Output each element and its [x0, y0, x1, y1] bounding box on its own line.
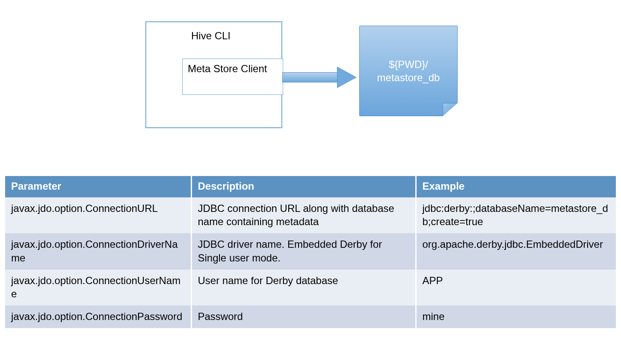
hive-cli-box: Hive CLI Meta Store Client	[145, 21, 282, 128]
arrow-icon	[282, 68, 357, 86]
table-row: javax.jdo.option.ConnectionUserName User…	[5, 270, 616, 305]
cell-desc: Password	[191, 305, 416, 328]
metastore-client-label: Meta Store Client	[188, 63, 267, 74]
header-parameter: Parameter	[5, 176, 191, 197]
db-path-line2: metastore_db	[360, 71, 457, 84]
architecture-diagram: Hive CLI Meta Store Client ${PWD}/ metas…	[145, 21, 479, 132]
table-header-row: Parameter Description Example	[5, 176, 616, 197]
hive-cli-title: Hive CLI	[191, 30, 231, 42]
cell-example: APP	[416, 270, 616, 305]
cell-example: org.apache.derby.jdbc.EmbeddedDriver	[416, 233, 616, 269]
cell-param: javax.jdo.option.ConnectionDriverName	[5, 233, 191, 269]
cell-param: javax.jdo.option.ConnectionUserName	[5, 270, 191, 305]
header-example: Example	[416, 176, 616, 197]
cell-desc: JDBC connection URL along with database …	[191, 197, 416, 233]
cell-param: javax.jdo.option.ConnectionPassword	[5, 305, 191, 328]
cell-desc: User name for Derby database	[191, 270, 416, 305]
cell-example: mine	[416, 305, 616, 328]
table-row: javax.jdo.option.ConnectionDriverName JD…	[5, 233, 616, 269]
metastore-client-box: Meta Store Client	[182, 59, 283, 95]
table-row: javax.jdo.option.ConnectionURL JDBC conn…	[5, 197, 616, 233]
cell-param: javax.jdo.option.ConnectionURL	[5, 197, 191, 233]
db-path-line1: ${PWD}/	[360, 58, 457, 71]
metastore-db-node: ${PWD}/ metastore_db	[359, 26, 458, 116]
cell-desc: JDBC driver name. Embedded Derby for Sin…	[191, 233, 416, 269]
header-description: Description	[191, 176, 416, 197]
table-row: javax.jdo.option.ConnectionPassword Pass…	[5, 305, 616, 328]
cell-example: jdbc:derby:;databaseName=metastore_db;cr…	[416, 197, 616, 233]
parameters-table: Parameter Description Example javax.jdo.…	[5, 176, 616, 328]
